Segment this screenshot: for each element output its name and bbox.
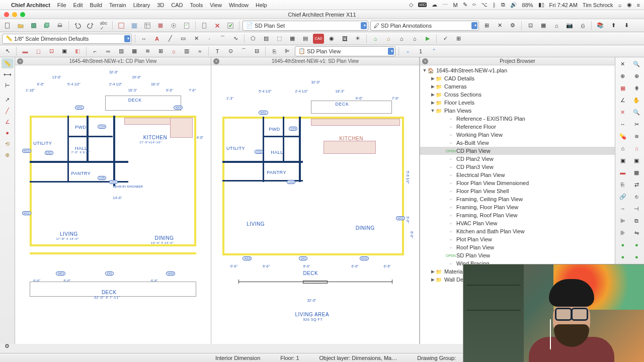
align-button[interactable]: ⊫ xyxy=(282,46,293,56)
tree-row[interactable]: ▶📁Cameras xyxy=(420,82,615,90)
menu-tools[interactable]: Tools xyxy=(190,2,203,8)
plan-view-combo[interactable]: 📋 SD Plan View ▾ xyxy=(295,46,395,56)
pref-check-button[interactable] xyxy=(225,21,236,31)
viewport-right-canvas[interactable]: 32'-0" 5'-4 1/2" 2'-4 1/2" 18'-3" 1'-3" … xyxy=(211,65,419,344)
auto-dim-tool[interactable]: ↗ xyxy=(2,95,14,105)
tree-row[interactable]: ▫ Working Plan View xyxy=(420,131,615,139)
library-button[interactable]: 📚 xyxy=(595,21,606,31)
tree-row[interactable]: ▫ Floor Plan View Dimensioned xyxy=(420,179,615,187)
tree-row[interactable]: ▶📁Cross Sections xyxy=(420,90,615,99)
cam-view-2[interactable]: ▦ xyxy=(630,167,643,178)
snap-tool[interactable]: ✕ xyxy=(616,58,629,69)
zoom-tool[interactable]: 🔍 xyxy=(630,58,643,69)
tree-row[interactable]: ▫ Framing, Ceiling Plan View xyxy=(420,195,615,203)
plan-set-combo[interactable]: 📄 SD Plan Set ▾ xyxy=(243,21,368,31)
house-icon-button[interactable]: ⌂ xyxy=(551,21,562,31)
menu-library[interactable]: Library xyxy=(133,2,150,8)
save-all-button[interactable] xyxy=(41,21,52,31)
bluetooth-icon[interactable]: ᛒ xyxy=(493,2,496,8)
tree-row[interactable]: ▫ HVAC Plan View xyxy=(420,219,615,227)
redo-button[interactable] xyxy=(85,21,96,31)
floor-ref-button[interactable]: ⊞ xyxy=(155,46,166,56)
angle-snap[interactable]: ∠ xyxy=(616,95,629,106)
select-tool-button[interactable]: ↖ xyxy=(2,46,13,56)
point-tool-button[interactable]: · xyxy=(204,34,215,44)
menu-file[interactable]: File xyxy=(57,2,66,8)
defaults-button[interactable] xyxy=(168,21,179,31)
cube-view-2[interactable]: ▣ xyxy=(630,155,643,166)
viewport-left-close[interactable]: × xyxy=(17,58,23,64)
trim-tool[interactable]: ⊣ xyxy=(630,203,643,214)
house-view-2[interactable]: ⌂ xyxy=(630,143,643,154)
image-tool-button[interactable]: 🖼 xyxy=(339,34,350,44)
menu-view[interactable]: View xyxy=(210,2,222,8)
camera-button[interactable]: 📷 xyxy=(564,21,575,31)
poly-tool-button[interactable]: ⬠ xyxy=(248,34,259,44)
roof-tool-button[interactable]: ⌂ xyxy=(168,46,179,56)
volume-icon[interactable]: 🔊 xyxy=(510,2,517,8)
truss-button[interactable]: ▥ xyxy=(181,46,192,56)
project-browser-close[interactable]: × xyxy=(422,58,428,64)
window-tool-button[interactable]: ⊡ xyxy=(525,21,536,31)
wifi-icon[interactable]: ⧉ xyxy=(501,2,505,8)
window-minimize-button[interactable] xyxy=(12,12,17,17)
tree-row[interactable]: ▫ Kitchen and Bath Plan View xyxy=(420,227,615,235)
annotations-combo[interactable]: 🖊 SD Plan Annotations ▾ xyxy=(370,21,479,31)
end-to-end-dim-tool[interactable]: ⟷ xyxy=(2,69,14,79)
settings-gear-button[interactable]: ⚙ xyxy=(2,341,12,351)
tree-row[interactable]: ▫ Reference Floor xyxy=(420,123,615,131)
window-tool-2[interactable]: ⊡ xyxy=(46,46,57,56)
spotlight-icon[interactable]: ⌕ xyxy=(618,2,622,8)
copy-button[interactable]: ⎘ xyxy=(269,46,280,56)
vol-view-2[interactable]: ● xyxy=(630,239,643,250)
ruby-button[interactable] xyxy=(155,21,166,31)
dim-2-button[interactable]: ⊟ xyxy=(251,46,262,56)
break-obj[interactable]: ⎋ xyxy=(630,191,643,202)
record-button[interactable]: ▶ xyxy=(422,34,433,44)
anno-tool-3[interactable]: ⚙ xyxy=(507,21,518,31)
calculator-button[interactable] xyxy=(199,21,210,31)
house-3d-button[interactable]: ⌂ xyxy=(370,34,381,44)
marker-tool[interactable]: ● xyxy=(2,128,14,138)
tree-row[interactable]: ▫ Framing, Roof Plan View xyxy=(420,211,615,219)
flip-obj[interactable]: ⇄ xyxy=(630,179,643,190)
floor-down-nav[interactable]: ⌄ xyxy=(402,46,413,56)
copy-obj[interactable]: ⎘ xyxy=(616,179,629,190)
menu-window[interactable]: Window xyxy=(229,2,249,8)
anno-tool-2[interactable]: ✕ xyxy=(494,21,505,31)
dropbox-icon[interactable]: ◇ xyxy=(409,2,413,8)
camera-2-button[interactable]: ⎙ xyxy=(577,21,588,31)
pan-tool[interactable]: ✋ xyxy=(630,95,643,106)
sun-tool-button[interactable]: ☀ xyxy=(352,34,363,44)
clock[interactable]: Fri 7:42 AM xyxy=(549,2,578,8)
house-3d-2-button[interactable]: ⌂ xyxy=(383,34,394,44)
app-name[interactable]: Chief Architect xyxy=(11,2,50,8)
wd-icon[interactable]: WD xyxy=(418,3,427,7)
switch-icon[interactable]: ⌥ xyxy=(481,2,488,8)
wall-tool-button[interactable]: ▦ xyxy=(538,21,549,31)
eyedrop-tool[interactable]: 💊 xyxy=(616,131,629,142)
floor-up-button[interactable]: ⬆ xyxy=(608,21,619,31)
creative-cloud-icon[interactable]: ☁ xyxy=(432,2,437,8)
window-close-button[interactable] xyxy=(4,12,9,17)
layer-sets-button[interactable] xyxy=(129,21,140,31)
tree-row[interactable]: ▫ Reference - EXISTING Plan xyxy=(420,115,615,123)
text-2-button[interactable]: T xyxy=(212,46,223,56)
box-tool-button[interactable]: ▭ xyxy=(178,34,189,44)
text-tool-button[interactable]: A xyxy=(151,34,163,44)
default-settings-button[interactable] xyxy=(212,21,223,31)
tree-row[interactable]: ▶📁Floor Levels xyxy=(420,99,615,107)
door-tool-button[interactable]: ⎕ xyxy=(33,46,44,56)
arc-tool-button[interactable]: ⌒ xyxy=(217,34,228,44)
mail-icon[interactable]: M xyxy=(453,2,457,8)
menu-terrain[interactable]: Terrain xyxy=(109,2,126,8)
floor-down-button[interactable]: ⬇ xyxy=(621,21,632,31)
tree-row[interactable]: ▫ Electrical Plan View xyxy=(420,171,615,179)
cube-view[interactable]: ▣ xyxy=(616,155,629,166)
align-tool-2[interactable]: ⧉ xyxy=(630,215,643,226)
stairs-icon-button[interactable]: ⬚ xyxy=(274,34,285,44)
window-maximize-button[interactable] xyxy=(20,12,25,17)
menu-3d[interactable]: 3D xyxy=(157,2,164,8)
plants-button[interactable]: ≈ xyxy=(194,46,205,56)
appliance-tool-button[interactable]: ▦ xyxy=(129,46,140,56)
